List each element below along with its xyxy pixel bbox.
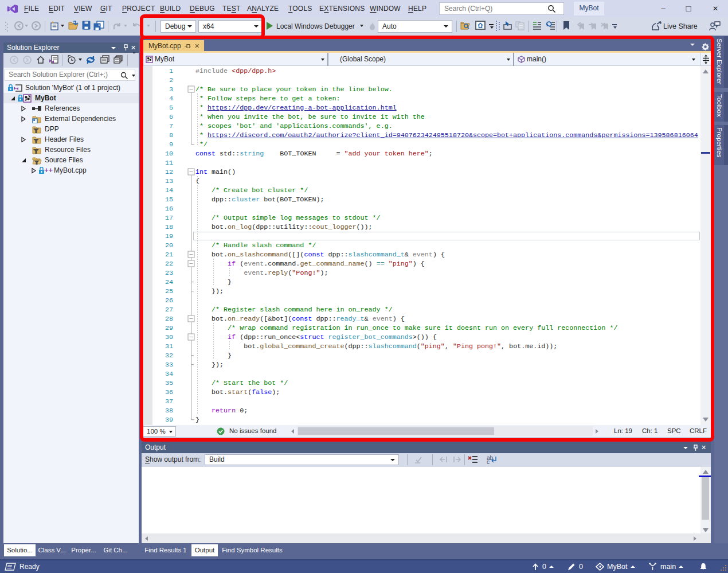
svg-text:c: c	[487, 459, 490, 464]
